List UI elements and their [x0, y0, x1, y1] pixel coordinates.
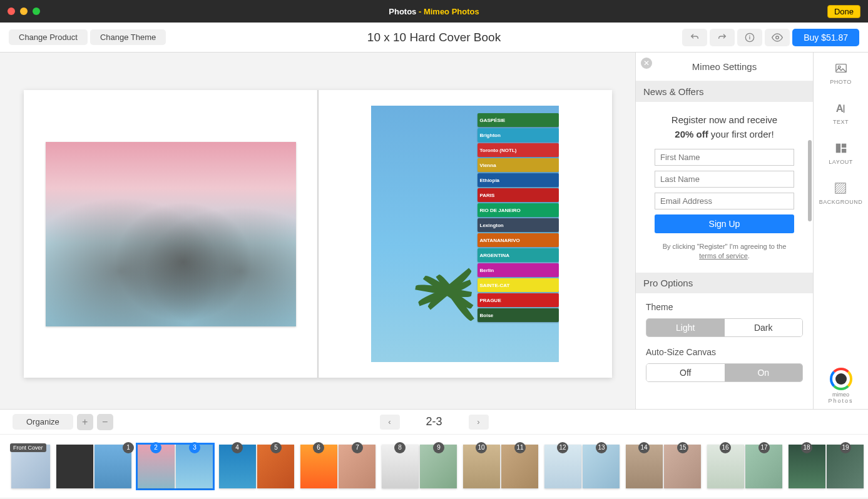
thumb-spread[interactable]: 23	[138, 445, 213, 488]
autosize-segment: Off On	[646, 363, 803, 382]
svg-rect-9	[841, 149, 845, 153]
theme-light-option[interactable]: Light	[646, 319, 725, 336]
titlebar: Photos - Mimeo Photos Done	[0, 0, 868, 23]
background-tab[interactable]: BACKGROUND	[819, 181, 863, 205]
buy-button[interactable]: Buy $51.87	[792, 29, 859, 46]
photo-signpost[interactable]: GASPÉSIEBrightonToronto (NOTL)ViennaEthi…	[371, 106, 559, 362]
close-panel-button[interactable]: ✕	[641, 58, 652, 69]
pro-options-header: Pro Options	[636, 273, 813, 293]
theme-label: Theme	[646, 302, 803, 312]
thumb-spread[interactable]: 45	[219, 445, 294, 488]
add-page-button[interactable]: +	[77, 414, 93, 430]
theme-segment: Light Dark	[646, 318, 803, 337]
news-offers-header: News & Offers	[636, 81, 813, 102]
page-left[interactable]	[24, 90, 318, 378]
thumb-spread[interactable]: 89	[382, 445, 457, 488]
window-title: Photos - Mimeo Photos	[389, 7, 479, 16]
thumb-spread[interactable]: 1415	[626, 445, 701, 488]
done-button[interactable]: Done	[827, 5, 860, 18]
preview-button[interactable]	[765, 29, 790, 46]
bottom-toolbar: Organize + − ‹ 2-3 ›	[0, 409, 868, 434]
autosize-on-option[interactable]: On	[725, 364, 803, 381]
remove-page-button[interactable]: −	[97, 414, 113, 430]
close-window-icon[interactable]	[8, 8, 15, 15]
settings-panel: ✕ Mimeo Settings News & Offers Register …	[635, 53, 813, 409]
svg-rect-6	[844, 105, 845, 113]
layout-tab[interactable]: LAYOUT	[829, 141, 852, 165]
canvas-area[interactable]: GASPÉSIEBrightonToronto (NOTL)ViennaEthi…	[0, 53, 635, 409]
signup-button[interactable]: Sign Up	[655, 214, 794, 233]
svg-text:i: i	[749, 34, 750, 41]
thumbnail-strip[interactable]: Front Cover12345678910111213141516171819	[0, 434, 868, 498]
register-text: Register now and receive 20% off your fi…	[655, 113, 794, 141]
svg-text:A: A	[836, 103, 844, 114]
email-field[interactable]	[655, 193, 794, 209]
autosize-off-option[interactable]: Off	[646, 364, 725, 381]
svg-rect-7	[835, 144, 840, 153]
prev-page-button[interactable]: ‹	[379, 415, 399, 430]
settings-title: Mimeo Settings	[636, 53, 813, 81]
undo-button[interactable]	[682, 29, 707, 46]
next-page-button[interactable]: ›	[469, 415, 489, 430]
minimize-window-icon[interactable]	[20, 8, 28, 15]
last-name-field[interactable]	[655, 171, 794, 188]
maximize-window-icon[interactable]	[33, 8, 40, 15]
terms-link[interactable]: terms of service	[699, 252, 748, 260]
first-name-field[interactable]	[655, 149, 794, 166]
thumb-spread[interactable]: 1011	[463, 445, 538, 488]
change-product-button[interactable]: Change Product	[9, 29, 88, 45]
mimeo-logo: mimeoPhotos	[826, 368, 856, 398]
book-spread: GASPÉSIEBrightonToronto (NOTL)ViennaEthi…	[24, 90, 612, 378]
thumb-spread[interactable]: 1617	[707, 445, 782, 488]
change-theme-button[interactable]: Change Theme	[90, 29, 166, 45]
organize-button[interactable]: Organize	[13, 414, 73, 430]
right-sidebar: PHOTO A TEXT LAYOUT BACKGROUND mimeoPhot…	[813, 53, 868, 409]
toolbar: Change Product Change Theme 10 x 10 Hard…	[0, 23, 868, 53]
palm-tree	[371, 224, 459, 362]
thumb-front-cover[interactable]: Front Cover	[11, 445, 50, 488]
thumb-spread-1[interactable]: 1	[56, 445, 131, 488]
redo-button[interactable]	[710, 29, 735, 46]
theme-dark-option[interactable]: Dark	[725, 319, 803, 336]
svg-rect-8	[841, 144, 845, 148]
thumb-spread[interactable]: 1213	[544, 445, 620, 488]
autosize-label: Auto-Size Canvas	[646, 347, 803, 357]
product-title: 10 x 10 Hard Cover Book	[367, 31, 501, 44]
scrollbar[interactable]	[808, 140, 812, 221]
thumb-spread[interactable]: 1819	[789, 445, 864, 488]
svg-point-2	[776, 36, 779, 39]
info-button[interactable]: i	[737, 29, 762, 46]
photo-tab[interactable]: PHOTO	[830, 61, 851, 85]
text-tab[interactable]: A TEXT	[833, 101, 849, 125]
photo-friends[interactable]	[46, 142, 296, 326]
page-indicator: 2-3	[426, 415, 442, 428]
page-right[interactable]: GASPÉSIEBrightonToronto (NOTL)ViennaEthi…	[318, 90, 612, 378]
terms-text: By clicking "Register" I'm agreeing to t…	[655, 242, 794, 261]
thumb-spread[interactable]: 67	[300, 445, 375, 488]
